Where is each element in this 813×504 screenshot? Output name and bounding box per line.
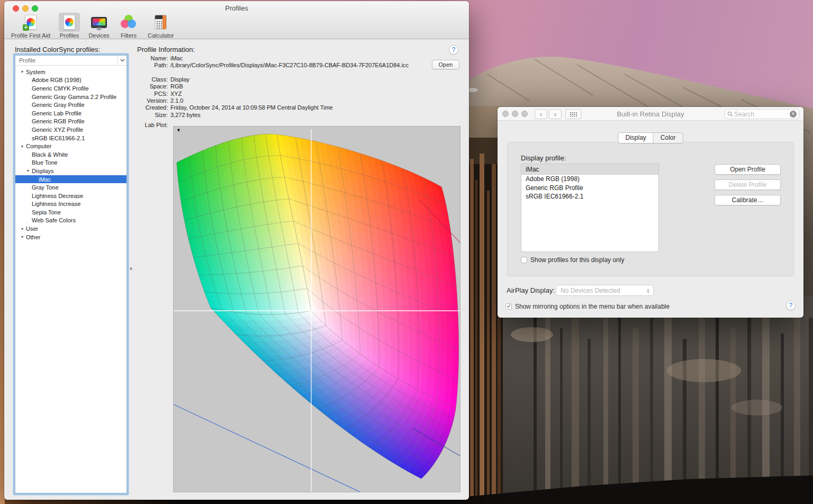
checkbox-label: Show profiles for this display only xyxy=(530,256,624,264)
profile-list-item[interactable]: Generic RGB Profile xyxy=(521,184,658,193)
lab-plot-label: Lab Plot: xyxy=(137,122,168,128)
tab-color[interactable]: Color xyxy=(653,133,683,143)
tree-row[interactable]: Black & White xyxy=(15,150,127,159)
checkbox-label: Show mirroring options in the menu bar w… xyxy=(515,303,670,310)
tree-row[interactable]: Generic Lab Profile xyxy=(15,109,127,118)
plot-menu-icon[interactable]: ▼ xyxy=(176,128,181,133)
search-icon xyxy=(727,111,733,117)
info-path-value: /Library/ColorSync/Profiles/Displays/iMa… xyxy=(170,62,435,69)
colorsync-document-firstaid-icon: + xyxy=(25,15,37,30)
help-icon[interactable]: ? xyxy=(449,45,458,55)
sidebar-heading: Installed ColorSync profiles: xyxy=(15,46,100,53)
display-tab-pane: Display profile: iMac Adobe RGB (1998) G… xyxy=(507,142,794,276)
lab-plot: ▼ xyxy=(173,126,460,492)
desktop: { "colorsync": { "title": "Profiles", "t… xyxy=(0,0,813,504)
tree-row-other[interactable]: ▼Other xyxy=(15,233,127,241)
colorsync-utility-window: Profiles + Profile First Aid Profiles De… xyxy=(4,1,469,500)
toolbar-item-filters[interactable]: Filters xyxy=(116,13,141,39)
tree-row[interactable]: Lightness Decrease xyxy=(15,192,127,200)
toolbar-item-devices[interactable]: Devices xyxy=(87,13,111,39)
tree-row[interactable]: Web Safe Colors xyxy=(15,217,127,225)
profile-column-header[interactable]: Profile xyxy=(15,56,127,66)
profile-tree: ▼System Adobe RGB (1998) Generic CMYK Pr… xyxy=(15,66,127,493)
info-version-value: 2.1.0 xyxy=(170,97,435,104)
search-field[interactable]: ✕ xyxy=(725,109,799,119)
info-class-value: Display xyxy=(170,76,435,83)
display-profile-list: iMac Adobe RGB (1998) Generic RGB Profil… xyxy=(521,164,659,252)
tree-row-displays[interactable]: ▼Displays xyxy=(15,167,127,175)
open-profile-button[interactable]: Open Profile xyxy=(715,164,781,175)
info-name-value: iMac xyxy=(170,55,435,62)
display-color-tabs: Display Color xyxy=(618,132,683,143)
tree-row-imac-selected[interactable]: iMac xyxy=(15,175,127,184)
toolbar-item-calculator[interactable]: Calculator xyxy=(146,13,176,39)
colorsync-titlebar[interactable]: Profiles xyxy=(4,1,469,14)
lab-plot-canvas xyxy=(174,127,460,492)
tree-row[interactable]: Lightness Increase xyxy=(15,200,127,209)
display-device-icon xyxy=(91,17,107,28)
profile-list-item[interactable]: sRGB IEC61966-2.1 xyxy=(521,192,658,201)
tree-row[interactable]: Generic Gray Gamma 2.2 Profile xyxy=(15,93,127,101)
checkbox-checked-icon[interactable] xyxy=(505,303,512,310)
prefs-titlebar[interactable]: ‹ › Built-in Retina Display ✕ xyxy=(498,107,803,121)
disclosure-triangle-icon[interactable]: ▼ xyxy=(20,70,25,74)
calculator-icon xyxy=(155,15,167,30)
tree-row-computer[interactable]: ▼Computer xyxy=(15,142,127,150)
mirroring-checkbox-row[interactable]: Show mirroring options in the menu bar w… xyxy=(505,303,670,310)
display-profile-heading: Display profile: xyxy=(521,154,566,162)
splitter-handle[interactable] xyxy=(130,267,132,270)
tree-row[interactable]: Generic Gray Profile xyxy=(15,101,127,109)
disclosure-triangle-icon[interactable]: ▼ xyxy=(20,145,25,148)
tree-row-system[interactable]: ▼System xyxy=(15,68,127,76)
colorsync-document-icon xyxy=(64,15,75,30)
system-preferences-window: ‹ › Built-in Retina Display ✕ Display Co… xyxy=(498,107,803,318)
clear-icon[interactable]: ✕ xyxy=(790,111,797,118)
disclosure-triangle-icon[interactable]: ▼ xyxy=(20,235,25,239)
tree-row[interactable]: Generic XYZ Profile xyxy=(15,125,127,134)
profile-list-item[interactable]: Adobe RGB (1998) xyxy=(521,175,658,184)
open-button[interactable]: Open xyxy=(432,60,459,69)
search-input[interactable] xyxy=(733,110,790,119)
tree-row[interactable]: Generic CMYK Profile xyxy=(15,84,127,93)
tree-row[interactable]: Generic RGB Profile xyxy=(15,118,127,126)
calibrate-button[interactable]: Calibrate… xyxy=(715,195,781,205)
profile-info-heading: Profile Information: xyxy=(137,46,195,53)
tree-row[interactable]: Blue Tone xyxy=(15,159,127,167)
tab-display[interactable]: Display xyxy=(618,133,653,143)
info-space-value: RGB xyxy=(170,83,435,90)
colorsync-header: Profiles + Profile First Aid Profiles De… xyxy=(4,1,469,39)
tree-row-user[interactable]: ▼User xyxy=(15,224,127,233)
selected-profile-row[interactable]: iMac xyxy=(521,164,658,175)
profile-list: Profile ▼System Adobe RGB (1998) Generic… xyxy=(15,55,127,493)
disclosure-triangle-icon[interactable]: ▼ xyxy=(20,227,25,231)
airplay-popup: No Devices Detected ▲▼ xyxy=(556,285,654,296)
checkbox-unchecked-icon[interactable] xyxy=(521,257,527,263)
info-created-value: Friday, October 24, 2014 at 10:09:58 PM … xyxy=(170,104,435,111)
tree-row[interactable]: Gray Tone xyxy=(15,183,127,192)
delete-profile-button: Delete Profile xyxy=(715,179,781,190)
airplay-display-label: AirPlay Display: xyxy=(507,286,555,294)
column-chevron-icon[interactable] xyxy=(118,56,127,65)
window-title: Profiles xyxy=(4,4,469,12)
popup-stepper-icon: ▲▼ xyxy=(645,288,653,293)
disclosure-triangle-icon[interactable]: ▼ xyxy=(25,169,31,173)
tree-row[interactable]: Adobe RGB (1998) xyxy=(15,76,127,85)
toolbar-item-profiles[interactable]: Profiles xyxy=(57,13,82,39)
tree-row[interactable]: Sepia Tone xyxy=(15,208,127,217)
profile-info-table: Name:iMac Path:/Library/ColorSync/Profil… xyxy=(137,55,435,119)
show-profiles-checkbox-row[interactable]: Show profiles for this display only xyxy=(521,256,624,264)
info-size-value: 3,272 bytes xyxy=(170,112,435,119)
tree-row[interactable]: sRGB IEC61966-2.1 xyxy=(15,134,127,142)
info-pcs-value: XYZ xyxy=(170,91,435,97)
help-icon[interactable]: ? xyxy=(786,301,796,310)
filters-circles-icon xyxy=(121,15,137,30)
colorsync-toolbar: + Profile First Aid Profiles Devices Fil… xyxy=(10,13,176,38)
toolbar-item-profile-first-aid[interactable]: + Profile First Aid xyxy=(10,13,52,39)
